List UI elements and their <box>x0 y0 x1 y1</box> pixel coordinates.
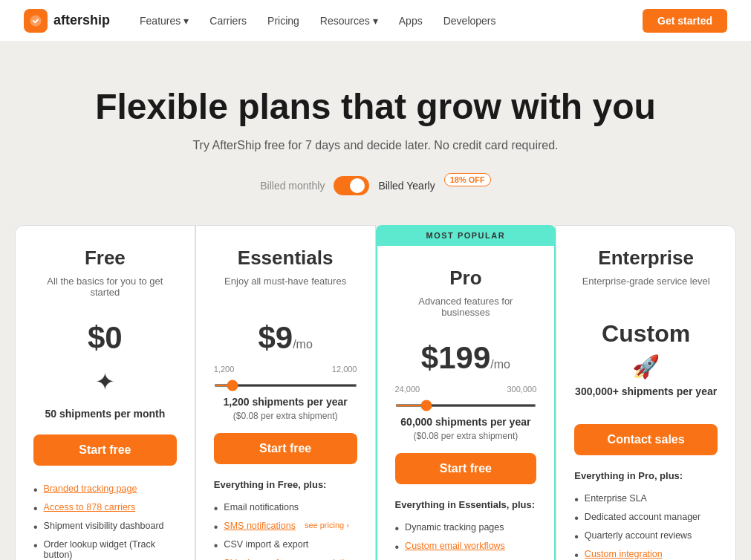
list-item: •Access to 878 carriers <box>33 499 177 518</box>
enterprise-icon: 🚀 <box>574 354 718 380</box>
discount-badge: 18% OFF <box>444 173 491 186</box>
free-shipments-label: 50 shipments per month <box>33 408 177 420</box>
chevron-down-icon: ▾ <box>183 15 189 27</box>
list-item: •Custom email workflows <box>395 538 537 556</box>
nav-pricing[interactable]: Pricing <box>267 15 299 27</box>
plan-essentials: Essentials Enjoy all must-have features … <box>195 225 376 560</box>
hero-title: Flexible plans that grow with you <box>15 86 736 127</box>
essentials-extra: ($0.08 per extra shipment) <box>214 411 357 421</box>
billing-toggle: Billed monthly Billed Yearly 18% OFF <box>15 176 736 195</box>
pro-price-mo: /mo <box>490 358 510 371</box>
pro-slider-max: 300,000 <box>507 385 536 394</box>
custom-email-link[interactable]: Custom email workflows <box>405 541 505 551</box>
custom-integration-link[interactable]: Custom integration <box>585 549 663 559</box>
plan-enterprise-price: Custom <box>574 320 718 348</box>
hero-section: Flexible plans that grow with you Try Af… <box>0 42 751 225</box>
slider-min: 1,200 <box>214 365 235 374</box>
carriers-link[interactable]: Access to 878 carriers <box>44 502 136 512</box>
plan-pro-wrapper: MOST POPULAR Pro Advanced features for b… <box>376 225 556 560</box>
list-item: •Email notifications <box>214 499 357 518</box>
toggle-slider <box>334 176 369 195</box>
hero-subtitle: Try AfterShip free for 7 days and decide… <box>15 139 736 152</box>
essentials-slider-container: 1,200 12,000 <box>214 365 357 390</box>
pro-price-amount: $199 <box>421 340 490 375</box>
plan-free-price: $0 <box>33 320 177 356</box>
pro-start-button[interactable]: Start free <box>395 453 537 484</box>
plan-enterprise: Enterprise Enterprise-grade service leve… <box>556 225 736 560</box>
slider-max: 12,000 <box>332 365 357 374</box>
essentials-slider[interactable] <box>214 384 357 387</box>
popular-header: MOST POPULAR <box>376 225 556 246</box>
list-item: •Dynamic tracking pages <box>395 519 537 538</box>
pro-slider-min: 24,000 <box>395 385 420 394</box>
logo-icon <box>24 9 48 33</box>
free-features: •Branded tracking page •Access to 878 ca… <box>33 481 177 560</box>
list-item: •Branded tracking page <box>33 481 177 499</box>
billing-yearly-label: Billed Yearly <box>378 180 435 192</box>
plan-pro: Pro Advanced features for businesses $19… <box>376 246 556 560</box>
plan-pro-price: $199/mo <box>395 340 537 376</box>
navbar: aftership Features ▾ Carriers Pricing Re… <box>0 0 751 42</box>
list-item: •Dedicated account manager <box>574 509 718 527</box>
free-price-amount: $0 <box>88 320 123 355</box>
nav-carriers[interactable]: Carriers <box>209 15 247 27</box>
free-start-button[interactable]: Start free <box>33 434 177 466</box>
enterprise-shipments: 300,000+ shipments per year <box>574 385 718 397</box>
plan-free-desc: All the basics for you to get started <box>33 276 177 302</box>
list-item: •Shipment visibility dashboard <box>33 518 177 536</box>
logo-text: aftership <box>53 13 110 28</box>
pro-features-header: Everything in Essentials, plus: <box>395 499 537 510</box>
plan-essentials-price: $9/mo <box>214 320 357 356</box>
pricing-grid: Free All the basics for you to get start… <box>15 225 736 560</box>
pro-slider-container: 24,000 300,000 <box>395 385 537 410</box>
billing-monthly-label: Billed monthly <box>260 180 325 192</box>
list-item: •Shipping performance analytics <box>214 555 357 560</box>
plan-essentials-desc: Enjoy all must-have features <box>214 276 357 302</box>
plan-essentials-name: Essentials <box>214 247 357 270</box>
pro-shipments: 60,000 shipments per year <box>395 416 537 428</box>
enterprise-price-amount: Custom <box>602 320 690 347</box>
plan-pro-desc: Advanced features for businesses <box>395 296 537 322</box>
free-icon: ✦ <box>33 368 177 396</box>
list-item: •Product recommendation <box>395 556 537 560</box>
nav-features[interactable]: Features ▾ <box>140 15 189 27</box>
list-item: •Order lookup widget (Track button) <box>33 536 177 560</box>
essentials-features-header: Everything in Free, plus: <box>214 479 357 490</box>
svg-point-0 <box>30 15 42 26</box>
sms-notifications-link[interactable]: SMS notifications <box>224 521 296 531</box>
nav-developers[interactable]: Developers <box>443 15 496 27</box>
list-item: •Custom integration <box>574 546 718 560</box>
branded-tracking-link[interactable]: Branded tracking page <box>44 484 137 494</box>
get-started-button[interactable]: Get started <box>643 9 727 33</box>
list-item: •SMS notifications see pricing › <box>214 518 357 536</box>
plan-enterprise-name: Enterprise <box>574 247 718 270</box>
enterprise-features-header: Everything in Pro, plus: <box>574 470 718 481</box>
billing-toggle-switch[interactable] <box>334 176 369 195</box>
essentials-price-mo: /mo <box>293 338 313 351</box>
list-item: •CSV import & export <box>214 536 357 555</box>
list-item: •Quarterly account reviews <box>574 527 718 546</box>
pro-extra: ($0.08 per extra shipment) <box>395 431 537 441</box>
nav-apps[interactable]: Apps <box>399 15 423 27</box>
essentials-features: •Email notifications •SMS notifications … <box>214 499 357 560</box>
logo: aftership <box>24 9 110 33</box>
plan-enterprise-desc: Enterprise-grade service level <box>574 276 718 302</box>
plan-pro-name: Pro <box>395 267 537 290</box>
pro-features: •Dynamic tracking pages •Custom email wo… <box>395 519 537 560</box>
essentials-shipments: 1,200 shipments per year <box>214 396 357 408</box>
list-item: •Enterprise SLA <box>574 490 718 509</box>
nav-links: Features ▾ Carriers Pricing Resources ▾ … <box>140 9 727 33</box>
plan-free: Free All the basics for you to get start… <box>15 225 195 560</box>
nav-resources[interactable]: Resources ▾ <box>320 15 378 27</box>
enterprise-contact-button[interactable]: Contact sales <box>574 424 718 455</box>
enterprise-features: •Enterprise SLA •Dedicated account manag… <box>574 490 718 560</box>
essentials-start-button[interactable]: Start free <box>214 433 357 464</box>
pricing-section: Free All the basics for you to get start… <box>0 225 751 560</box>
essentials-price-amount: $9 <box>258 320 293 355</box>
plan-free-name: Free <box>33 247 177 270</box>
chevron-down-icon: ▾ <box>373 15 378 27</box>
pro-slider[interactable] <box>395 404 537 407</box>
